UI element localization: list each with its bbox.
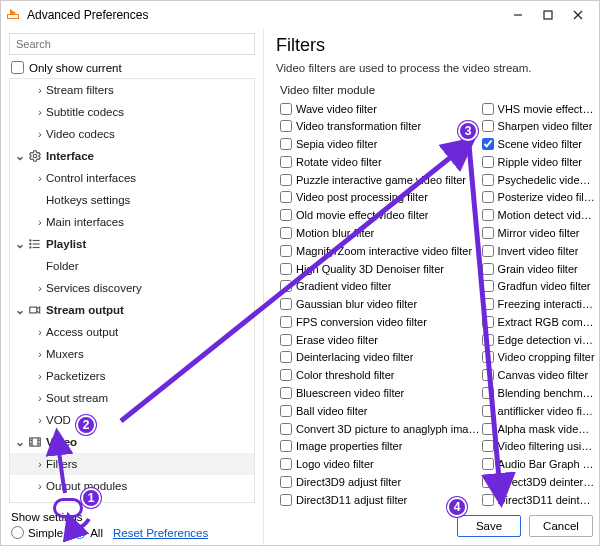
reset-preferences-link[interactable]: Reset Preferences (113, 527, 208, 539)
chevron-right-icon[interactable]: › (34, 480, 46, 492)
filter-checkbox[interactable] (482, 494, 494, 506)
filter-checkbox[interactable] (280, 494, 292, 506)
tree-item-hotkeys-settings[interactable]: Hotkeys settings (10, 189, 254, 211)
filter-checkbox[interactable] (280, 138, 292, 150)
filter-checkbox[interactable] (280, 245, 292, 257)
filter-gaussian-blur-video-filter[interactable]: Gaussian blur video filter (280, 296, 482, 313)
tree-item-video-codecs[interactable]: ›Video codecs (10, 123, 254, 145)
filter-checkbox[interactable] (482, 120, 494, 132)
filter-psychedelic-video-filter[interactable]: Psychedelic video filter (482, 171, 595, 188)
filter-checkbox[interactable] (482, 263, 494, 275)
preferences-tree[interactable]: ›Stream filters›Subtitle codecs›Video co… (9, 78, 255, 503)
filter-video-cropping-filter[interactable]: Video cropping filter (482, 349, 595, 366)
filter-checkbox[interactable] (482, 138, 494, 150)
filter-checkbox[interactable] (482, 280, 494, 292)
filter-checkbox[interactable] (280, 209, 292, 221)
filter-fps-conversion-video-filter[interactable]: FPS conversion video filter (280, 313, 482, 330)
tree-category-stream-output[interactable]: ⌄Stream output (10, 299, 254, 321)
filter-ball-video-filter[interactable]: Ball video filter (280, 402, 482, 419)
chevron-right-icon[interactable]: › (34, 392, 46, 404)
filter-bluescreen-video-filter[interactable]: Bluescreen video filter (280, 385, 482, 402)
filter-audio-bar-graph-video-s[interactable]: Audio Bar Graph Video s (482, 456, 595, 473)
filter-checkbox[interactable] (280, 227, 292, 239)
filter-checkbox[interactable] (482, 369, 494, 381)
filter-checkbox[interactable] (280, 156, 292, 168)
filter-mirror-video-filter[interactable]: Mirror video filter (482, 224, 595, 241)
filter-direct3d11-deinterlace-fil[interactable]: Direct3D11 deinterlace fil (482, 491, 595, 508)
filter-extract-rgb-component[interactable]: Extract RGB component (482, 313, 595, 330)
tree-item-subtitle-codecs[interactable]: ›Subtitle codecs (10, 101, 254, 123)
filter-posterize-video-filter[interactable]: Posterize video filter (482, 189, 595, 206)
chevron-right-icon[interactable]: › (34, 216, 46, 228)
filter-checkbox[interactable] (482, 387, 494, 399)
tree-item-packetizers[interactable]: ›Packetizers (10, 365, 254, 387)
filter-checkbox[interactable] (482, 245, 494, 257)
filter-freezing-interactive-vide[interactable]: Freezing interactive vide (482, 296, 595, 313)
filter-checkbox[interactable] (482, 334, 494, 346)
filter-rotate-video-filter[interactable]: Rotate video filter (280, 153, 482, 170)
filter-checkbox[interactable] (280, 476, 292, 488)
filter-checkbox[interactable] (280, 334, 292, 346)
tree-item-services-discovery[interactable]: ›Services discovery (10, 277, 254, 299)
filter-sepia-video-filter[interactable]: Sepia video filter (280, 136, 482, 153)
tree-item-control-interfaces[interactable]: ›Control interfaces (10, 167, 254, 189)
only-show-current-checkbox[interactable] (11, 61, 24, 74)
filter-checkbox[interactable] (280, 440, 292, 452)
chevron-right-icon[interactable]: › (34, 84, 46, 96)
filter-checkbox[interactable] (280, 103, 292, 115)
chevron-right-icon[interactable]: › (34, 348, 46, 360)
chevron-down-icon[interactable]: ⌄ (14, 435, 26, 449)
filter-direct3d9-deinterlace-filte[interactable]: Direct3D9 deinterlace filte (482, 473, 595, 490)
minimise-button[interactable] (503, 1, 533, 29)
filter-direct3d9-adjust-filter[interactable]: Direct3D9 adjust filter (280, 473, 482, 490)
filter-checkbox[interactable] (482, 440, 494, 452)
tree-item-stream-filters[interactable]: ›Stream filters (10, 79, 254, 101)
chevron-right-icon[interactable]: › (34, 414, 46, 426)
filter-video-transformation-filter[interactable]: Video transformation filter (280, 118, 482, 135)
chevron-right-icon[interactable]: › (34, 370, 46, 382)
filter-puzzle-interactive-game-video-filter[interactable]: Puzzle interactive game video filter (280, 171, 482, 188)
tree-item-folder[interactable]: Folder (10, 255, 254, 277)
filter-checkbox[interactable] (482, 156, 494, 168)
tree-item-output-modules[interactable]: ›Output modules (10, 475, 254, 497)
filter-high-quality-3d-denoiser-filter[interactable]: High Quality 3D Denoiser filter (280, 260, 482, 277)
filter-checkbox[interactable] (482, 316, 494, 328)
filter-checkbox[interactable] (482, 298, 494, 310)
filter-antiflicker-video-filter[interactable]: antiflicker video filter (482, 402, 595, 419)
tree-category-video[interactable]: ⌄Video (10, 431, 254, 453)
filter-checkbox[interactable] (280, 387, 292, 399)
chevron-right-icon[interactable]: › (34, 106, 46, 118)
filter-checkbox[interactable] (280, 369, 292, 381)
filter-checkbox[interactable] (482, 351, 494, 363)
filter-checkbox[interactable] (482, 458, 494, 470)
chevron-right-icon[interactable]: › (34, 282, 46, 294)
chevron-right-icon[interactable]: › (34, 458, 46, 470)
filter-vhs-movie-effect-video[interactable]: VHS movie effect video (482, 100, 595, 117)
filter-checkbox[interactable] (280, 316, 292, 328)
radio-all[interactable]: All (73, 526, 103, 539)
filter-image-properties-filter[interactable]: Image properties filter (280, 438, 482, 455)
filter-motion-blur-filter[interactable]: Motion blur filter (280, 224, 482, 241)
filter-deinterlacing-video-filter[interactable]: Deinterlacing video filter (280, 349, 482, 366)
filter-checkbox[interactable] (280, 174, 292, 186)
tree-category-interface[interactable]: ⌄Interface (10, 145, 254, 167)
filter-checkbox[interactable] (280, 280, 292, 292)
filter-video-post-processing-filter[interactable]: Video post processing filter (280, 189, 482, 206)
filter-sharpen-video-filter[interactable]: Sharpen video filter (482, 118, 595, 135)
tree-item-access-output[interactable]: ›Access output (10, 321, 254, 343)
filter-checkbox[interactable] (482, 405, 494, 417)
filter-checkbox[interactable] (280, 263, 292, 275)
filter-checkbox[interactable] (280, 351, 292, 363)
radio-simple[interactable]: Simple (11, 526, 63, 539)
filter-checkbox[interactable] (482, 423, 494, 435)
close-button[interactable] (563, 1, 593, 29)
chevron-down-icon[interactable]: ⌄ (14, 237, 26, 251)
filter-old-movie-effect-video-filter[interactable]: Old movie effect video filter (280, 207, 482, 224)
filter-checkbox[interactable] (280, 298, 292, 310)
filter-alpha-mask-video-filter[interactable]: Alpha mask video filter (482, 420, 595, 437)
radio-all-input[interactable] (73, 526, 86, 539)
chevron-down-icon[interactable]: ⌄ (14, 303, 26, 317)
tree-item-muxers[interactable]: ›Muxers (10, 343, 254, 365)
chevron-right-icon[interactable]: › (34, 128, 46, 140)
tree-item-splitters[interactable]: ›Splitters (10, 497, 254, 503)
